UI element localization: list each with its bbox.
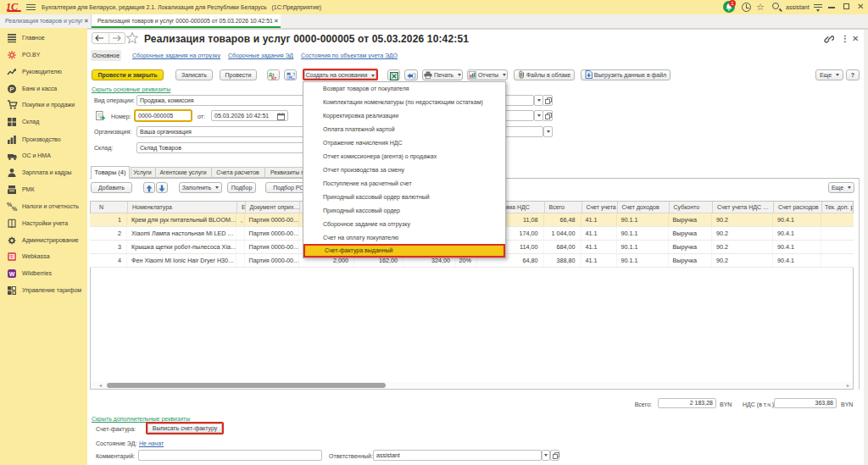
svg-text:W: W <box>9 271 15 277</box>
svg-text:P: P <box>9 85 14 92</box>
svg-text:%: % <box>12 206 18 212</box>
svg-text:Кт: Кт <box>271 75 276 80</box>
